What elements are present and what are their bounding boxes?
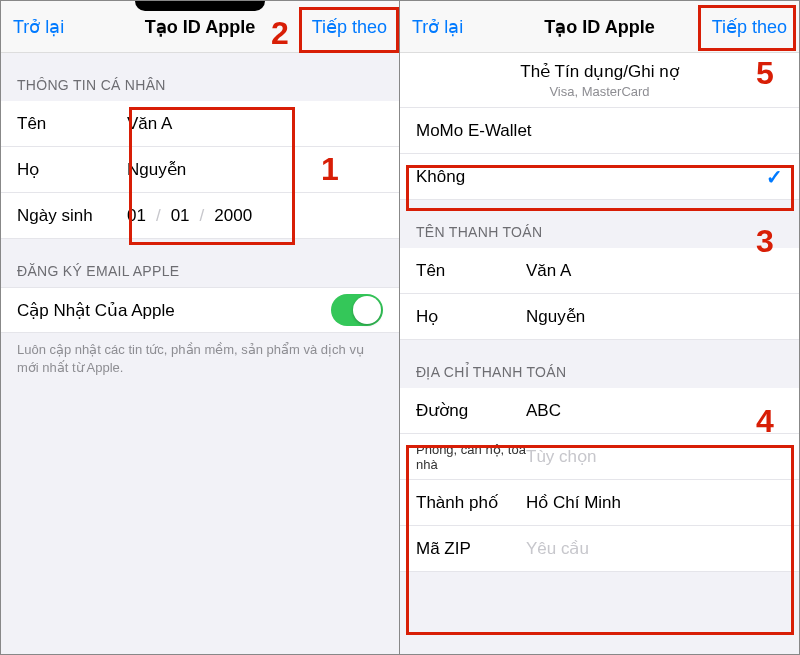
- dob-row[interactable]: Ngày sinh 01 / 01 / 2000: [1, 193, 399, 239]
- apt-label: Phòng, căn hộ, tòa nhà: [416, 442, 526, 472]
- last-name-row[interactable]: Họ Nguyễn: [1, 147, 399, 193]
- dob-year[interactable]: 2000: [214, 206, 252, 226]
- billing-last-name-label: Họ: [416, 306, 526, 327]
- toggle-knob: [353, 296, 381, 324]
- billing-last-name-value[interactable]: Nguyễn: [526, 306, 585, 327]
- section-header-personal: THÔNG TIN CÁ NHÂN: [1, 53, 399, 101]
- last-name-label: Họ: [17, 159, 127, 180]
- payment-none-row[interactable]: Không ✓: [400, 154, 799, 200]
- apple-updates-row: Cập Nhật Của Apple: [1, 287, 399, 333]
- dob-label: Ngày sinh: [17, 206, 127, 226]
- payment-momo-label: MoMo E-Wallet: [416, 121, 532, 141]
- next-button[interactable]: Tiếp theo: [312, 16, 387, 38]
- first-name-row[interactable]: Tên Văn A: [1, 101, 399, 147]
- street-value[interactable]: ABC: [526, 401, 561, 421]
- billing-last-name-row[interactable]: Họ Nguyễn: [400, 294, 799, 340]
- payment-card-row[interactable]: Thẻ Tín dụng/Ghi nợ Visa, MasterCard: [400, 53, 799, 108]
- street-row[interactable]: Đường ABC: [400, 388, 799, 434]
- apple-updates-toggle[interactable]: [331, 294, 383, 326]
- navbar-right: Trở lại Tạo ID Apple Tiếp theo: [400, 1, 799, 53]
- date-separator: /: [156, 206, 161, 226]
- left-screen: Trở lại Tạo ID Apple Tiếp theo THÔNG TIN…: [1, 1, 400, 654]
- apple-updates-label: Cập Nhật Của Apple: [17, 300, 175, 321]
- section-header-email: ĐĂNG KÝ EMAIL APPLE: [1, 239, 399, 287]
- dob-day[interactable]: 01: [127, 206, 146, 226]
- dob-month[interactable]: 01: [171, 206, 190, 226]
- billing-first-name-row[interactable]: Tên Văn A: [400, 248, 799, 294]
- payment-card-title: Thẻ Tín dụng/Ghi nợ: [520, 61, 678, 82]
- section-header-billing-address: ĐỊA CHỈ THANH TOÁN: [400, 340, 799, 388]
- last-name-value[interactable]: Nguyễn: [127, 159, 186, 180]
- back-button[interactable]: Trở lại: [13, 16, 64, 38]
- section-header-billing-name: TÊN THANH TOÁN: [400, 200, 799, 248]
- zip-label: Mã ZIP: [416, 539, 526, 559]
- street-label: Đường: [416, 400, 526, 421]
- first-name-value[interactable]: Văn A: [127, 114, 172, 134]
- first-name-label: Tên: [17, 114, 127, 134]
- payment-momo-row[interactable]: MoMo E-Wallet: [400, 108, 799, 154]
- zip-row[interactable]: Mã ZIP Yêu cầu: [400, 526, 799, 572]
- city-row[interactable]: Thành phố Hồ Chí Minh: [400, 480, 799, 526]
- apt-row[interactable]: Phòng, căn hộ, tòa nhà Tùy chọn: [400, 434, 799, 480]
- device-notch: [135, 1, 265, 11]
- dob-value[interactable]: 01 / 01 / 2000: [127, 206, 252, 226]
- zip-placeholder[interactable]: Yêu cầu: [526, 538, 589, 559]
- payment-card-subtitle: Visa, MasterCard: [549, 84, 649, 99]
- payment-none-label: Không: [416, 167, 465, 187]
- billing-first-name-label: Tên: [416, 261, 526, 281]
- back-button[interactable]: Trở lại: [412, 16, 463, 38]
- city-value[interactable]: Hồ Chí Minh: [526, 492, 621, 513]
- apple-updates-footnote: Luôn cập nhật các tin tức, phần mềm, sản…: [1, 333, 399, 385]
- city-label: Thành phố: [416, 492, 526, 513]
- checkmark-icon: ✓: [766, 165, 783, 189]
- next-button[interactable]: Tiếp theo: [712, 16, 787, 38]
- billing-first-name-value[interactable]: Văn A: [526, 261, 571, 281]
- right-screen: Trở lại Tạo ID Apple Tiếp theo Thẻ Tín d…: [400, 1, 799, 654]
- apt-placeholder[interactable]: Tùy chọn: [526, 446, 596, 467]
- date-separator: /: [200, 206, 205, 226]
